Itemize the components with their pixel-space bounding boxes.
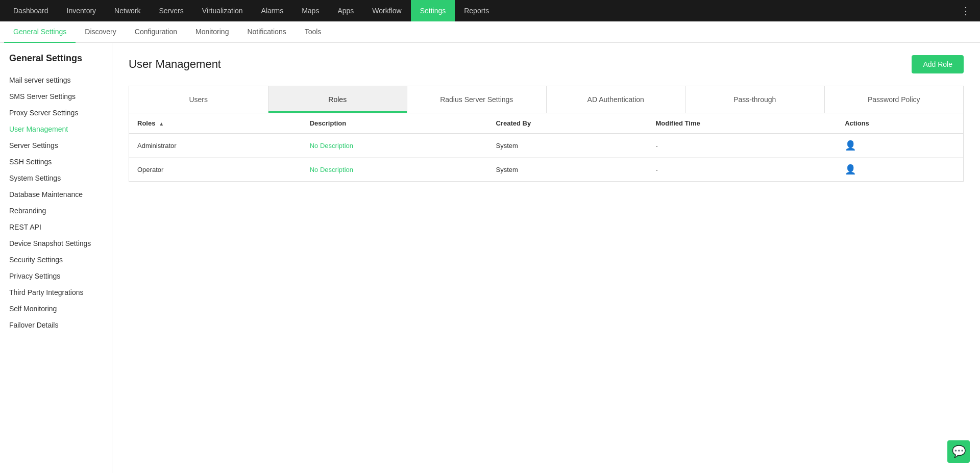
tab-items: UsersRolesRadius Server SettingsAD Authe… [129,86,963,113]
cell-actions: 👤 [837,158,963,182]
sidebar-item-database-maintenance[interactable]: Database Maintenance [0,186,112,203]
table-body: AdministratorNo DescriptionSystem-👤Opera… [129,134,963,182]
cell-created-by: System [487,134,647,158]
sidebar-item-mail-server-settings[interactable]: Mail server settings [0,72,112,88]
sidebar-item-ssh-settings[interactable]: SSH Settings [0,154,112,170]
cell-role: Administrator [129,134,302,158]
sidebar-item-device-snapshot-settings[interactable]: Device Snapshot Settings [0,235,112,252]
cell-created-by: System [487,158,647,182]
top-nav-item-virtualization[interactable]: Virtualization [193,0,252,21]
sidebar-item-failover-details[interactable]: Failover Details [0,317,112,333]
top-nav-item-servers[interactable]: Servers [150,0,192,21]
sub-navigation: General SettingsDiscoveryConfigurationMo… [0,21,980,43]
add-role-button[interactable]: Add Role [912,55,964,73]
cell-role: Operator [129,158,302,182]
tab-pass-through[interactable]: Pass-through [685,86,825,113]
top-nav-item-inventory[interactable]: Inventory [58,0,106,21]
top-nav-item-apps[interactable]: Apps [328,0,363,21]
col-roles[interactable]: Roles ▲ [129,113,302,134]
table-row: OperatorNo DescriptionSystem-👤 [129,158,963,182]
table-header-row: Roles ▲DescriptionCreated ByModified Tim… [129,113,963,134]
tab-users[interactable]: Users [129,86,268,113]
more-options-icon[interactable]: ⋮ [955,5,976,17]
tabs-container: UsersRolesRadius Server SettingsAD Authe… [129,86,964,113]
tab-radius-server-settings[interactable]: Radius Server Settings [407,86,547,113]
sidebar-item-sms-server-settings[interactable]: SMS Server Settings [0,88,112,105]
top-navigation: DashboardInventoryNetworkServersVirtuali… [0,0,980,21]
sub-nav-item-tools[interactable]: Tools [296,21,331,43]
tab-roles[interactable]: Roles [268,86,408,113]
sidebar-item-server-settings[interactable]: Server Settings [0,137,112,154]
col-description: Description [302,113,488,134]
sidebar: General Settings Mail server settingsSMS… [0,43,112,473]
top-nav-item-workflow[interactable]: Workflow [363,0,410,21]
tab-ad-authentication[interactable]: AD Authentication [547,86,686,113]
sidebar-item-rest-api[interactable]: REST API [0,219,112,235]
sidebar-items: Mail server settingsSMS Server SettingsP… [0,72,112,333]
top-nav-item-dashboard[interactable]: Dashboard [4,0,58,21]
sidebar-item-proxy-server-settings[interactable]: Proxy Server Settings [0,105,112,121]
col-modified-time: Modified Time [648,113,837,134]
page-header: User Management Add Role [129,55,964,73]
top-nav-items: DashboardInventoryNetworkServersVirtuali… [4,0,498,21]
cell-description: No Description [302,158,488,182]
user-icon[interactable]: 👤 [845,140,856,151]
top-nav-item-alarms[interactable]: Alarms [252,0,293,21]
main-layout: General Settings Mail server settingsSMS… [0,43,980,473]
sub-nav-items: General SettingsDiscoveryConfigurationMo… [4,21,330,43]
main-content: User Management Add Role UsersRolesRadiu… [112,43,980,473]
sidebar-item-user-management[interactable]: User Management [0,121,112,137]
top-nav-item-maps[interactable]: Maps [292,0,328,21]
sub-nav-item-general-settings[interactable]: General Settings [4,21,76,43]
user-icon[interactable]: 👤 [845,164,856,175]
table-header: Roles ▲DescriptionCreated ByModified Tim… [129,113,963,134]
cell-modified-time: - [648,158,837,182]
chat-button[interactable]: 💬 [947,440,970,463]
roles-table-wrapper: Roles ▲DescriptionCreated ByModified Tim… [129,113,964,182]
sub-nav-item-monitoring[interactable]: Monitoring [186,21,238,43]
col-actions: Actions [837,113,963,134]
sidebar-item-system-settings[interactable]: System Settings [0,170,112,186]
cell-description: No Description [302,134,488,158]
top-nav-item-network[interactable]: Network [105,0,150,21]
cell-actions: 👤 [837,134,963,158]
top-nav-item-settings[interactable]: Settings [411,0,455,21]
col-created-by: Created By [487,113,647,134]
page-title: User Management [129,58,221,71]
cell-modified-time: - [648,134,837,158]
sub-nav-item-discovery[interactable]: Discovery [76,21,125,43]
sub-nav-item-configuration[interactable]: Configuration [126,21,186,43]
sidebar-item-privacy-settings[interactable]: Privacy Settings [0,268,112,284]
top-nav-item-reports[interactable]: Reports [455,0,498,21]
sidebar-title: General Settings [0,53,112,72]
roles-table: Roles ▲DescriptionCreated ByModified Tim… [129,113,963,181]
tab-password-policy[interactable]: Password Policy [825,86,964,113]
sub-nav-item-notifications[interactable]: Notifications [238,21,295,43]
sidebar-item-third-party-integrations[interactable]: Third Party Integrations [0,284,112,301]
sidebar-item-security-settings[interactable]: Security Settings [0,252,112,268]
table-row: AdministratorNo DescriptionSystem-👤 [129,134,963,158]
sidebar-item-rebranding[interactable]: Rebranding [0,203,112,219]
sidebar-item-self-monitoring[interactable]: Self Monitoring [0,301,112,317]
